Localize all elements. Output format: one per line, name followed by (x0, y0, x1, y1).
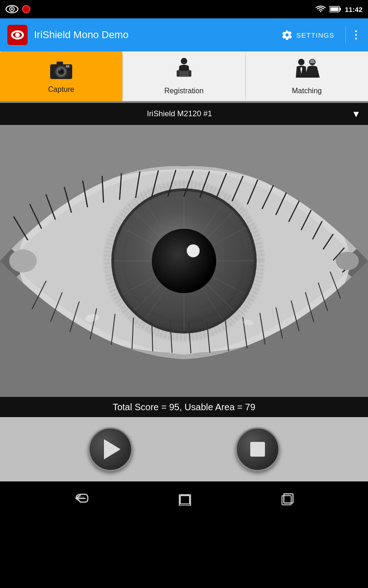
svg-point-8 (16, 33, 19, 37)
stop-button[interactable] (236, 427, 280, 471)
svg-rect-4 (339, 8, 341, 11)
status-bar: 11:42 (0, 0, 368, 18)
eye-status-icon (6, 5, 18, 13)
dropdown-arrow: ▼ (351, 109, 361, 119)
svg-rect-16 (66, 65, 69, 68)
status-time: 11:42 (345, 6, 362, 13)
status-left (6, 5, 30, 13)
camera-icon (48, 59, 74, 83)
svg-point-23 (298, 59, 305, 65)
capture-tab-label: Capture (48, 85, 75, 94)
score-bar: Total Score = 95, Usable Area = 79 (0, 397, 368, 417)
tab-capture[interactable]: Capture (0, 51, 122, 101)
stop-icon (250, 442, 265, 457)
controls-bar (0, 417, 368, 481)
tab-matching[interactable]: Matching (246, 51, 368, 101)
svg-point-14 (60, 70, 63, 73)
recents-button[interactable] (281, 491, 296, 506)
app-title: IriShield Mono Demo (34, 29, 276, 41)
svg-rect-91 (180, 496, 190, 504)
score-text: Total Score = 95, Usable Area = 79 (113, 402, 255, 413)
svg-rect-5 (330, 7, 339, 11)
separator (345, 27, 346, 43)
play-icon (104, 439, 121, 459)
back-button[interactable] (72, 492, 89, 505)
svg-point-43 (152, 229, 216, 293)
dot1 (355, 30, 357, 32)
dot3 (355, 38, 357, 40)
bottom-nav (0, 481, 368, 515)
play-button[interactable] (88, 427, 132, 471)
device-bar[interactable]: IriShield M2120 #1 ▼ (0, 103, 368, 125)
tab-registration[interactable]: Registration (123, 51, 245, 101)
eye-image (0, 125, 368, 397)
device-name: IriShield M2120 #1 (7, 109, 351, 119)
svg-point-44 (187, 244, 200, 257)
svg-point-2 (11, 8, 13, 10)
app-logo (7, 25, 28, 45)
home-button[interactable] (178, 491, 192, 506)
status-right: 11:42 (316, 6, 362, 13)
svg-point-87 (336, 252, 359, 270)
recents-icon (281, 491, 296, 506)
matching-icon (290, 57, 323, 84)
svg-point-9 (17, 34, 18, 36)
overflow-menu-button[interactable] (351, 27, 361, 43)
matching-tab-label: Matching (292, 87, 322, 95)
tab-bar: Capture Registration (0, 51, 368, 101)
app-bar: IriShield Mono Demo SETTINGS (0, 18, 368, 51)
svg-point-17 (59, 69, 61, 71)
registration-icon (172, 57, 196, 84)
app-bar-actions: SETTINGS (276, 26, 361, 44)
svg-rect-15 (57, 62, 63, 65)
svg-point-6 (10, 28, 25, 42)
wifi-icon (316, 6, 326, 13)
camera-view (0, 125, 368, 397)
svg-point-86 (9, 249, 37, 272)
home-icon (178, 491, 192, 506)
gear-icon (282, 29, 293, 40)
settings-button[interactable]: SETTINGS (276, 26, 340, 44)
svg-point-18 (181, 58, 187, 64)
svg-point-7 (12, 32, 23, 38)
record-icon (22, 5, 30, 13)
settings-label: SETTINGS (296, 31, 334, 39)
back-icon (72, 492, 89, 505)
battery-icon (329, 6, 341, 12)
dot2 (355, 34, 357, 36)
registration-tab-label: Registration (164, 87, 203, 95)
